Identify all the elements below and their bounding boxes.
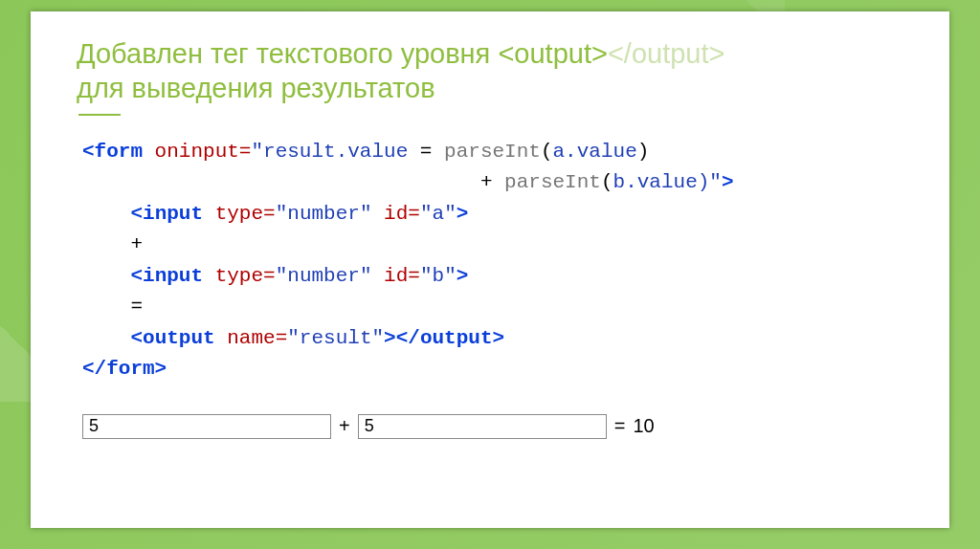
code-l2-p2c: )" (698, 171, 722, 193)
code-l1-attr: oninput= (143, 141, 251, 163)
title-tag-open: <output> (498, 38, 608, 69)
code-l5-tag: <input (130, 265, 203, 287)
code-l3-attr2: id= (372, 203, 420, 225)
output-value: 10 (633, 415, 654, 437)
slide-card: Добавлен тег текстового уровня <output><… (31, 11, 949, 528)
code-l8-tag: </form> (82, 358, 167, 380)
code-l1-eq: = (408, 141, 444, 163)
code-l1-call: parseInt (444, 141, 541, 163)
code-l2-call: parseInt (504, 171, 601, 193)
plus-operator: + (339, 415, 350, 437)
title-text-1: Добавлен тег текстового уровня (77, 38, 498, 69)
code-l1-p1c: ) (637, 141, 650, 163)
code-l3-tag: <input (130, 203, 203, 225)
code-l1-p1: ( (541, 141, 553, 163)
code-l7-indent (82, 327, 130, 349)
code-l7-mid: > (384, 327, 396, 349)
code-l5-tc: > (457, 265, 469, 287)
code-l2-p2: ( (601, 171, 613, 193)
input-a[interactable] (82, 414, 331, 439)
code-l2-plus: + (480, 171, 504, 193)
code-l7-val: "result" (287, 327, 384, 349)
code-l3-val1: "number" (276, 203, 372, 225)
title-accent-rule (78, 114, 121, 116)
code-l2-tc: > (722, 171, 734, 193)
code-l5-val2: "b" (420, 265, 457, 287)
code-l3-val2: "a" (420, 203, 457, 225)
code-l5-indent (82, 265, 130, 287)
code-l4-indent (82, 233, 130, 255)
code-l5-attr2: id= (372, 265, 420, 287)
code-l3-attr1: type= (203, 203, 276, 225)
code-l5-val1: "number" (276, 265, 372, 287)
code-l5-attr1: type= (203, 265, 276, 287)
code-l7-attr: name= (215, 327, 288, 349)
code-l7-end: </output> (396, 327, 504, 349)
title-text-2: для выведения результатов (77, 73, 435, 103)
code-l1-valopen: "result.value (251, 141, 408, 163)
equals-operator: = (614, 415, 626, 437)
slide-title: Добавлен тег текстового уровня <output><… (77, 36, 903, 106)
input-b[interactable] (358, 414, 607, 439)
code-block: <form oninput="result.value = parseInt(a… (82, 137, 903, 385)
slide-background: Добавлен тег текстового уровня <output><… (0, 0, 980, 549)
code-l2-indent (82, 171, 480, 193)
code-l6-text: = (130, 296, 143, 318)
title-tag-close: </output> (608, 38, 725, 69)
code-l6-indent (82, 296, 130, 318)
code-l1-arga: a.value (553, 141, 637, 163)
code-l7-tag: <output (130, 327, 214, 349)
code-l3-indent (82, 203, 130, 225)
code-l4-text: + (130, 233, 143, 255)
code-l2-argb: b.value (613, 171, 698, 193)
code-l1-tag: <form (82, 141, 143, 163)
result-row: + = 10 (82, 414, 903, 439)
code-l3-tc: > (457, 203, 469, 225)
